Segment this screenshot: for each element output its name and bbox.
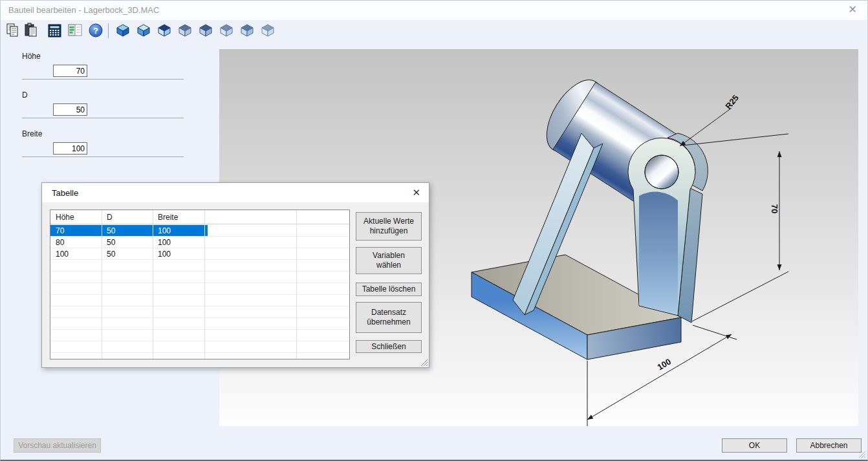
table-row[interactable]: 70 50 100 <box>50 225 349 237</box>
edit-part-window: Bauteil bearbeiten - Lagerbock_3D.MAC ✕ <box>0 0 868 461</box>
title-bar: Bauteil bearbeiten - Lagerbock_3D.MAC ✕ <box>1 1 867 20</box>
svg-text:?: ? <box>93 26 98 36</box>
table-dialog-titlebar[interactable]: Tabelle ✕ <box>42 183 429 202</box>
field-separator <box>22 79 184 80</box>
add-current-values-button[interactable]: Aktuelle Werte hinzufügen <box>356 212 422 241</box>
cube-wireframe-icon <box>177 23 193 38</box>
table-row[interactable]: 100 50 100 <box>50 248 349 260</box>
d-input[interactable] <box>53 103 87 116</box>
column-gridline <box>153 210 153 359</box>
cell-d: 50 <box>107 226 115 235</box>
cube-shaded-icon <box>136 23 151 38</box>
column-header-hoehe: Höhe <box>56 213 74 222</box>
field-separator <box>22 118 184 118</box>
view-mode-shaded-button[interactable] <box>135 22 152 39</box>
copy-icon <box>5 23 21 38</box>
table-row[interactable]: 80 50 100 <box>50 237 349 248</box>
table-header-row: Höhe D Breite <box>50 210 349 224</box>
cell-hoehe: 70 <box>56 226 64 235</box>
breite-input[interactable] <box>53 142 87 155</box>
help-button[interactable]: ? <box>87 22 104 39</box>
paste-button[interactable] <box>23 22 39 39</box>
close-icon[interactable]: ✕ <box>849 3 857 16</box>
cancel-button[interactable]: Abbrechen <box>796 438 862 453</box>
column-gridline <box>102 210 102 359</box>
apply-record-button[interactable]: Datensatz übernehmen <box>356 302 422 333</box>
table-row-empty[interactable] <box>50 318 349 330</box>
window-resize-grip[interactable] <box>857 449 866 458</box>
cube-top-dark-icon <box>157 23 172 38</box>
cell-breite: 100 <box>158 238 171 247</box>
cell-hoehe: 80 <box>56 238 64 247</box>
variable-table-icon <box>67 23 83 38</box>
height-dimension-label: 70 <box>770 204 779 213</box>
table-row-empty[interactable] <box>50 260 349 272</box>
table-dialog-title: Tabelle <box>52 188 78 198</box>
table-row-empty[interactable] <box>50 283 349 295</box>
field-separator <box>22 156 184 157</box>
column-header-d: D <box>107 213 113 222</box>
view-mode-solid-button[interactable] <box>114 22 131 39</box>
column-header-breite: Breite <box>158 213 178 222</box>
cell-d: 50 <box>107 250 115 259</box>
toolbar-separator <box>108 23 109 38</box>
refresh-preview-button: Vorschau aktualisieren <box>14 438 101 453</box>
view-mode-translucent-button[interactable] <box>218 22 235 39</box>
value-table[interactable]: Höhe D Breite 70 50 100 80 50 100 100 50… <box>50 209 350 359</box>
calculator-button[interactable] <box>46 22 63 39</box>
table-row-empty[interactable] <box>50 272 349 283</box>
field-label-hoehe: Höhe <box>22 52 41 61</box>
field-label-breite: Breite <box>22 129 42 138</box>
window-title: Bauteil bearbeiten - Lagerbock_3D.MAC <box>8 5 159 15</box>
table-dialog: Tabelle ✕ Höhe D Breite 70 50 100 80 50 <box>41 182 429 368</box>
column-gridline <box>296 210 297 359</box>
copy-button[interactable] <box>5 22 21 39</box>
ok-button[interactable]: OK <box>722 438 787 453</box>
cube-half-shaded-icon <box>239 23 255 38</box>
cell-breite: 100 <box>158 226 171 235</box>
cube-translucent-icon <box>219 23 234 38</box>
help-icon: ? <box>88 23 103 38</box>
view-mode-wireframe-button[interactable] <box>177 22 193 39</box>
clear-table-button[interactable]: Tabelle löschen <box>356 283 422 296</box>
view-mode-open-box-button[interactable] <box>197 22 214 39</box>
cube-open-icon <box>198 23 213 38</box>
view-mode-top-dark-button[interactable] <box>156 22 173 39</box>
row-selection-highlight <box>50 225 208 236</box>
field-label-d: D <box>22 91 28 100</box>
cell-breite: 100 <box>158 250 171 259</box>
cube-light-icon <box>260 23 276 38</box>
paste-icon <box>23 23 39 38</box>
table-dialog-close-icon[interactable]: ✕ <box>412 187 420 198</box>
table-row-empty[interactable] <box>50 341 349 353</box>
toolbar: ? <box>1 20 867 42</box>
cube-solid-icon <box>115 23 131 38</box>
choose-variables-button[interactable]: Variablen wählen <box>356 247 422 274</box>
variable-table-button[interactable] <box>67 22 83 39</box>
dialog-resize-grip[interactable] <box>419 358 428 367</box>
cell-hoehe: 100 <box>56 250 69 259</box>
view-mode-half-shaded-button[interactable] <box>239 22 255 39</box>
table-row-empty[interactable] <box>50 306 349 318</box>
table-row-empty[interactable] <box>50 330 349 341</box>
hoehe-input[interactable] <box>53 65 87 77</box>
view-mode-light-box-button[interactable] <box>259 22 276 39</box>
close-dialog-button[interactable]: Schließen <box>356 340 422 353</box>
table-row-empty[interactable] <box>50 295 349 306</box>
column-gridline <box>204 210 205 359</box>
calculator-icon <box>47 23 62 38</box>
cell-d: 50 <box>107 238 115 247</box>
